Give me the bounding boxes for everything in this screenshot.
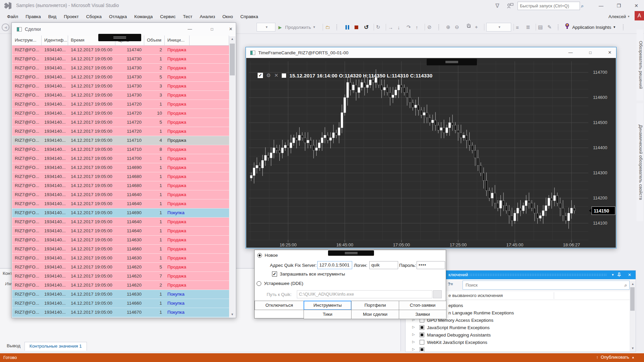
table-row[interactable]: RIZ7@FO...1934140...14.12.2017 19:05:001… [12,136,229,145]
table-row[interactable]: RIZ7@FO...1934140...14.12.2017 19:05:001… [12,109,229,118]
scroll-up-icon[interactable]: ▲ [630,281,636,287]
quick-launch-box[interactable]: ⌕ [518,2,580,10]
signed-in-user[interactable]: Алексей ▼ [608,12,630,21]
table-row[interactable]: RIZ7@FO...1934140...14.12.2017 19:05:001… [12,91,229,100]
password-field[interactable]: •••• [417,261,445,269]
quik-path-field[interactable]: C:\QUIK_AD\QUIK\info.exe [297,290,432,298]
close-panel-icon[interactable]: ✕ [626,270,634,279]
table-row[interactable]: RIZ7@FO...1934140...14.12.2017 19:05:001… [12,154,229,163]
minimize-icon[interactable]: — [566,48,576,57]
table-row[interactable]: RIZ7@FO...1934140...14.12.2017 19:05:001… [12,172,229,181]
table-row[interactable]: RIZ7@FO...1934140...14.12.2017 19:05:001… [12,127,229,136]
dialog-button-Инструменты[interactable]: Инструменты [304,301,352,310]
dialog-button-Отключиться[interactable]: Отключиться [255,301,304,310]
server-address-field[interactable]: 127.0.0.1:5001 [317,261,352,269]
debug-target-combo[interactable]: ▼ [257,23,275,32]
table-row[interactable]: RIZ7@FO...1934140...14.12.2017 19:05:001… [12,308,229,317]
table-row[interactable]: RIZ7@FO...1934140...14.12.2017 19:05:001… [12,272,229,281]
window-position-icon[interactable]: ▼ [609,270,617,279]
step-into-icon[interactable]: → [388,23,393,32]
watch-window-icon[interactable]: 🗀 [325,23,330,32]
search-settings-icon[interactable]: ?≡ [448,282,455,288]
close-icon[interactable]: ✕ [605,48,615,57]
table-row[interactable]: RIZ7@FO...1934140...14.12.2017 19:05:001… [12,118,229,127]
exception-checkbox[interactable] [420,325,424,330]
align-right-icon[interactable]: ≣ [526,23,530,32]
menu-item-Команда[interactable]: Команда [130,13,156,20]
tab-watch-values[interactable]: Контрольные значения 1 [24,342,87,351]
stop-icon[interactable] [355,23,358,32]
table-row[interactable]: RIZ7@FO...1934140...14.12.2017 19:05:001… [12,100,229,109]
breakpoint-disable-icon[interactable]: ⊘ [427,23,432,32]
table-row[interactable]: RIZ7@FO...1934140...14.12.2017 19:05:001… [12,227,229,236]
dialog-button-Стоп-заявки[interactable]: Стоп-заявки [399,301,446,310]
search-icon[interactable]: ⌕ [625,282,629,288]
menu-item-Проект[interactable]: Проект [60,13,82,20]
column-header-4[interactable]: Объем [144,36,165,45]
step-over-icon[interactable]: ↷ [407,23,411,32]
table-row[interactable]: RIZ7@FO...1934140...14.12.2017 19:05:001… [12,55,229,64]
menu-item-Тест[interactable]: Тест [179,13,196,20]
exception-row[interactable]: ▷WebKit JavaScript Exceptions [406,339,630,346]
table-row[interactable]: RIZ7@FO...1934140...14.12.2017 19:05:001… [12,245,229,254]
minimize-icon[interactable]: — [185,25,195,34]
align-left-icon[interactable]: ≡ [516,23,519,32]
navigate-back-icon[interactable]: ◀ [2,23,9,31]
eyedropper-icon[interactable]: ✎ [547,23,552,32]
menu-item-Сервис[interactable]: Сервис [156,13,179,20]
table-row[interactable]: RIZ7@FO...1934140...14.12.2017 19:05:001… [12,317,229,317]
radio-new-connection[interactable] [257,253,262,258]
login-field[interactable]: quik [369,261,398,269]
dialog-button-Заявки[interactable]: Заявки [399,310,446,319]
chart-titlebar[interactable]: TimeFrameCandle_RIZ7@FORTS_00-01-00 — □ … [246,47,616,58]
menu-item-Файл[interactable]: Файл [3,13,22,20]
dialog-button-Тики[interactable]: Тики [304,310,352,319]
table-row[interactable]: RIZ7@FO...1934140...14.12.2017 19:05:001… [12,281,229,290]
step-down-icon[interactable]: ↓ [397,23,400,32]
tab-output[interactable]: Вывод [3,342,24,351]
menu-item-Справка[interactable]: Справка [236,13,262,20]
column-header-0[interactable]: Инструм... [12,36,42,45]
dialog-button-Портфели[interactable]: Портфели [351,301,399,310]
series-visible-checkbox[interactable]: ✓ [258,73,263,78]
step-out-icon[interactable]: ↑ [416,23,418,32]
zoom-level-combo[interactable]: ▼ [486,23,511,32]
table-row[interactable]: RIZ7@FO...1934140...14.12.2017 19:05:001… [12,254,229,263]
exception-search-input[interactable] [463,283,625,288]
quick-launch-input[interactable] [518,3,581,8]
zoom-out-icon[interactable]: ⊖ [455,23,459,32]
exception-row[interactable]: ▷JavaScript Runtime Exceptions [406,324,630,331]
scroll-down-icon[interactable]: ▼ [229,312,235,317]
tab-dynamic-properties[interactable]: Динамический обозреватель свойств [637,103,643,221]
trades-scrollbar[interactable]: ▲ ▼ [229,36,235,317]
remove-series-icon[interactable]: ✕ [274,72,278,78]
restore-button[interactable]: ❐ [613,1,625,10]
expand-arrow-icon[interactable]: ▷ [412,333,415,336]
request-all-instruments-checkbox[interactable]: ✓ [272,272,277,277]
table-row[interactable]: RIZ7@FO...1934140...14.12.2017 19:05:001… [12,181,229,190]
scroll-down-icon[interactable]: ▼ [630,346,636,351]
menu-item-Анализ[interactable]: Анализ [196,13,219,20]
exception-search-box[interactable]: ⌕ [463,281,630,290]
image-edit-icon[interactable]: ▤ [538,23,543,32]
exceptions-scrollbar[interactable]: ▲ ▼ [630,281,635,351]
maximize-icon[interactable]: □ [207,25,217,34]
avatar[interactable]: А [635,11,644,20]
publish-button[interactable]: ↑ Опубликовать ▲ [596,355,635,360]
maximize-icon[interactable]: □ [585,48,595,57]
table-row[interactable]: RIZ7@FO...1934140...14.12.2017 19:05:001… [12,163,229,172]
notifications-filter-icon[interactable]: ∇ [495,2,499,9]
zoom-in-icon[interactable]: ⊕ [446,23,450,32]
chart-canvas[interactable]: 16:25:0016:45:0017:05:0017:25:0017:45:00… [246,58,616,248]
close-icon[interactable]: ✕ [226,25,236,34]
table-row[interactable]: RIZ7@FO...1934140...14.12.2017 19:05:001… [12,199,229,208]
scroll-up-icon[interactable]: ▲ [229,36,235,42]
table-row[interactable]: RIZ7@FO...1934140...14.12.2017 19:05:001… [12,208,229,218]
expand-arrow-icon[interactable]: ▷ [412,325,415,329]
radio-legacy-dde[interactable] [257,281,261,286]
exception-checkbox[interactable] [420,347,424,352]
exception-row[interactable]: ▷Managed Debugging Assistants [406,331,630,339]
table-row[interactable]: RIZ7@FO...1934140...14.12.2017 19:05:001… [12,46,229,55]
menu-item-Правка[interactable]: Правка [22,13,45,20]
exception-row[interactable]: ▷ [406,346,630,352]
